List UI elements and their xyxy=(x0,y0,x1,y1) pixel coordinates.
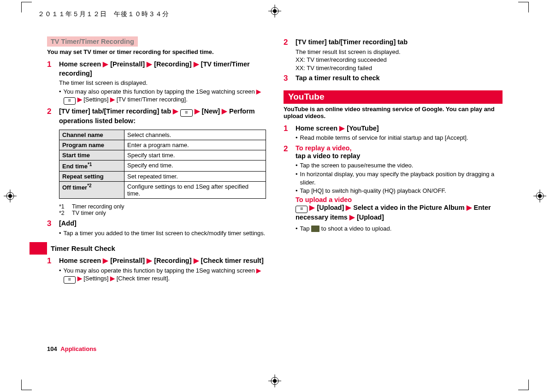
footnote-text: TV timer only xyxy=(72,210,106,216)
table-value: Set repeated timer. xyxy=(124,172,266,182)
table-key: Start time xyxy=(59,150,124,160)
text: Home screen xyxy=(59,257,103,264)
page-footer: 104 Applications xyxy=(47,345,96,352)
step: 2 [TV timer] tab/[Timer recording] tab T… xyxy=(284,38,503,72)
table-key: Off timer*2 xyxy=(59,182,124,199)
step: 3 Tap a timer result to check xyxy=(284,74,503,84)
red-subheading: To replay a video, xyxy=(296,144,503,152)
step-desc: The timer list screen is displayed. xyxy=(59,79,266,87)
arrow-icon: ▶ xyxy=(194,60,199,68)
table-row: Channel nameSelect channels. xyxy=(59,130,266,140)
document-timestamp: ２０１１年５月１２日 午後１０時３４分 xyxy=(38,10,169,18)
table-key: Channel name xyxy=(59,130,124,140)
text: [TV timer] tab/[Timer recording] tab xyxy=(59,107,173,115)
table-row: Program nameEnter a program name. xyxy=(59,140,266,150)
step-desc: XX: TV timer/recording succeeded xyxy=(296,56,503,64)
table-value: Specify start time. xyxy=(124,150,266,160)
step-number: 1 xyxy=(284,124,296,143)
step: 1 Home screen ▶ [Preinstall] ▶ [Recordin… xyxy=(47,60,266,105)
arrow-icon: ▶ xyxy=(256,267,261,274)
text: [Settings] xyxy=(82,275,110,282)
section-bar: YouTube xyxy=(284,90,503,104)
footnotes: *1Timer recording only *2TV timer only xyxy=(59,203,266,216)
step-number: 2 xyxy=(47,107,59,201)
camera-icon xyxy=(311,226,319,232)
text: [Check timer result]. xyxy=(115,275,170,282)
arrow-icon: ▶ xyxy=(194,257,199,264)
step-title: [Add] xyxy=(59,219,266,228)
footnote-label: *2 xyxy=(59,210,72,216)
step-title: Home screen ▶ [YouTube] xyxy=(296,124,503,133)
red-tab-icon xyxy=(30,242,47,255)
bullet-text: In horizontal display, you may specify t… xyxy=(300,170,503,186)
subsection-heading: Timer Result Check xyxy=(47,242,115,255)
arrow-icon: ▶ xyxy=(77,96,82,103)
registration-mark-icon xyxy=(268,5,281,18)
arrow-icon: ▶ xyxy=(349,214,355,221)
step-number: 3 xyxy=(47,219,59,238)
red-subheading: To upload a video xyxy=(296,196,503,203)
bullet-text: Tap the screen to pause/resume the video… xyxy=(300,161,503,170)
arrow-icon: ▶ xyxy=(103,257,108,264)
bullet-text: Tap to shoot a video to upload. xyxy=(300,225,503,233)
crop-mark xyxy=(21,380,32,390)
text: Home screen xyxy=(59,60,103,68)
arrow-icon: ▶ xyxy=(147,60,152,68)
menu-key-icon: ≡ xyxy=(180,109,192,117)
arrow-icon: ▶ xyxy=(346,204,351,211)
arrow-icon: ▶ xyxy=(256,88,261,95)
arrow-icon: ▶ xyxy=(103,60,108,68)
section-intro: YouTube is an online video streaming ser… xyxy=(284,106,503,119)
step-number: 1 xyxy=(47,60,59,105)
crop-mark xyxy=(518,380,529,390)
table-value: Configure settings to end 1Seg after spe… xyxy=(124,182,266,199)
step: 3 [Add] Tap a timer you added to the tim… xyxy=(47,219,266,238)
text: Home screen xyxy=(296,125,339,132)
left-column: TV Timer/Timer Recording You may set TV … xyxy=(47,36,266,286)
text: [Check timer result] xyxy=(199,257,264,264)
table-key: Repeat setting xyxy=(59,172,124,182)
table-value: Select channels. xyxy=(124,130,266,140)
bullet-text: Tap a timer you added to the timer list … xyxy=(64,229,266,238)
arrow-icon: ▶ xyxy=(195,107,200,115)
text: [Recording] xyxy=(152,60,193,68)
menu-key-icon: ≡ xyxy=(64,276,76,284)
bullet-text: Tap [HQ] to switch high-quality (HQ) pla… xyxy=(300,187,503,195)
crop-mark xyxy=(518,2,529,12)
settings-table: Channel nameSelect channels.Program name… xyxy=(59,130,266,199)
text: You may also operate this function by ta… xyxy=(64,267,257,274)
arrow-icon: ▶ xyxy=(173,107,178,115)
arrow-icon: ▶ xyxy=(110,96,115,103)
table-row: End time*1Specify end time. xyxy=(59,160,266,171)
bullet-text: Read mobile terms of service for initial… xyxy=(300,134,503,142)
section-heading: TV Timer/Timer Recording xyxy=(47,36,138,47)
text: You may also operate this function by ta… xyxy=(64,88,257,95)
step-number: 2 xyxy=(284,38,296,72)
upload-sequence: ≡ ▶ [Upload] ▶ Select a video in the Pic… xyxy=(296,203,503,222)
text: [Recording] xyxy=(152,257,193,264)
step-number: 2 xyxy=(284,144,296,233)
section-intro: You may set TV timer or timer recording … xyxy=(47,48,266,55)
text: [Upload] xyxy=(355,214,384,221)
table-row: Repeat settingSet repeated timer. xyxy=(59,172,266,182)
text: [Upload] xyxy=(315,204,346,211)
arrow-icon: ▶ xyxy=(222,107,227,115)
step-desc: The timer result list screen is displaye… xyxy=(296,48,503,56)
text: [Settings] xyxy=(82,96,110,103)
text: Select a video in the Picture Album xyxy=(351,204,466,211)
arrow-icon: ▶ xyxy=(77,275,82,282)
arrow-icon: ▶ xyxy=(147,257,152,264)
step-title: Home screen ▶ [Preinstall] ▶ [Recording]… xyxy=(59,60,266,78)
step-title: [TV timer] tab/[Timer recording] tab ▶ ≡… xyxy=(59,107,266,126)
page-section-name: Applications xyxy=(60,345,96,352)
text: [TV timer/Timer recording]. xyxy=(115,96,188,103)
text: [Preinstall] xyxy=(108,60,147,68)
footnote-label: *1 xyxy=(59,203,72,210)
text: [New] xyxy=(200,107,222,115)
text: [YouTube] xyxy=(345,125,379,132)
table-value: Enter a program name. xyxy=(124,140,266,150)
step-number: 1 xyxy=(47,256,59,284)
step-desc: XX: TV timer/recording failed xyxy=(296,64,503,72)
step: 1 Home screen ▶ [YouTube] Read mobile te… xyxy=(284,124,503,143)
step-title: [TV timer] tab/[Timer recording] tab xyxy=(296,38,503,47)
